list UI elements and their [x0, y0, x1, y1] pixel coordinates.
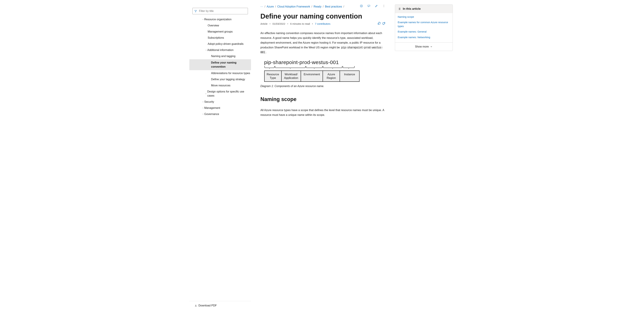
sidebar-item[interactable]: Management groups — [189, 29, 251, 35]
show-more-label: Show more — [415, 45, 429, 49]
diagram-component: Azure Region — [323, 71, 340, 82]
sidebar-item[interactable]: Additional information — [189, 47, 251, 53]
chevron-down-icon — [205, 49, 207, 51]
sidebar-item[interactable]: Governance — [189, 111, 251, 117]
thumbs-up-icon[interactable] — [378, 22, 381, 26]
sidebar-item-label: Additional information — [208, 48, 234, 52]
chevron-down-icon — [202, 19, 204, 20]
chevron-down-icon — [430, 46, 432, 48]
in-this-article-rail: In this article Naming scopeExample name… — [395, 0, 455, 310]
breadcrumb-item[interactable]: Best practices — [325, 5, 342, 9]
sidebar-item-label: Resource organization — [204, 17, 232, 22]
sidebar-item[interactable]: Define your naming convention — [189, 59, 251, 70]
sidebar-item[interactable]: Naming and tagging — [189, 53, 251, 59]
diagram-component: Workload/ Application — [282, 71, 301, 82]
contributors-link[interactable]: 7 contributors — [315, 22, 330, 26]
naming-diagram: pip-sharepoint-prod-westus-001 Resource … — [260, 59, 386, 82]
thumbs-down-icon[interactable] — [382, 22, 386, 26]
chevron-right-icon — [202, 107, 204, 109]
feedback-icon[interactable] — [367, 5, 370, 9]
add-icon[interactable] — [360, 5, 363, 9]
svg-point-2 — [384, 6, 384, 6]
sidebar-item[interactable]: Management — [189, 105, 251, 111]
breadcrumb-ellipsis[interactable]: ··· — [260, 5, 263, 9]
breadcrumb: ··· / Azure / Cloud Adoption Framework /… — [260, 5, 356, 9]
download-pdf-button[interactable]: Download PDF — [189, 301, 251, 310]
article-date: 01/03/2022 — [272, 22, 285, 26]
chevron-right-icon — [202, 113, 204, 115]
breadcrumb-item[interactable]: Cloud Adoption Framework — [277, 5, 310, 9]
sidebar-item[interactable]: Move resources — [189, 82, 251, 89]
sidebar-item[interactable]: Subscriptions — [189, 35, 251, 41]
list-icon — [398, 7, 401, 11]
rail-link-item: Example names: General — [398, 29, 450, 35]
rail-link[interactable]: Example names: General — [398, 30, 426, 33]
sidebar-item[interactable]: Resource organization — [189, 16, 251, 23]
diagram-component: Instance — [340, 71, 359, 82]
download-pdf-label: Download PDF — [198, 303, 217, 307]
sidebar-item[interactable]: Define your tagging strategy — [189, 76, 251, 82]
diagram-caption: Diagram 1: Components of an Azure resour… — [260, 84, 386, 88]
sidebar-item[interactable]: Security — [189, 99, 251, 105]
page-title: Define your naming convention — [260, 12, 386, 20]
article-readtime: 6 minutes to read — [290, 22, 310, 26]
section-heading: Naming scope — [260, 95, 386, 103]
rail-heading: In this article — [403, 7, 421, 11]
edit-icon[interactable] — [375, 5, 378, 9]
filter-by-title[interactable] — [192, 8, 248, 14]
rail-link-item: Example names for common Azure resource … — [398, 20, 450, 29]
sidebar-item-label: Security — [204, 100, 214, 104]
rail-link-item: Example names: Networking — [398, 35, 450, 40]
sidebar-item-label: Design options for specific use cases — [207, 90, 251, 98]
svg-point-3 — [384, 7, 384, 7]
filter-input[interactable] — [199, 9, 246, 13]
diagram-component: Environment — [301, 71, 323, 82]
article-actions — [360, 5, 386, 9]
article-kind: Article — [260, 22, 268, 26]
chevron-right-icon — [205, 93, 207, 95]
download-icon — [194, 304, 197, 307]
chevron-right-icon — [202, 101, 204, 103]
sidebar-item-label: Governance — [204, 112, 219, 116]
section-paragraph: All Azure resource types have a scope th… — [260, 108, 386, 117]
intro-paragraph: An effective naming convention composes … — [260, 31, 386, 55]
more-icon[interactable] — [382, 5, 386, 9]
rail-link[interactable]: Example names for common Azure resource … — [398, 21, 448, 28]
article-main: ··· / Azure / Cloud Adoption Framework /… — [251, 0, 395, 310]
rail-link[interactable]: Naming scope — [398, 15, 414, 18]
sidebar-item[interactable]: Abbreviations for resource types — [189, 70, 251, 76]
table-of-contents: Resource organizationOverviewManagement … — [189, 16, 251, 117]
diagram-component: Resource Type — [264, 71, 282, 82]
rail-link-item: Naming scope — [398, 14, 450, 20]
breadcrumb-item[interactable]: Azure — [266, 5, 274, 9]
sidebar-item-label: Management — [204, 106, 220, 110]
rail-link[interactable]: Example names: Networking — [398, 36, 430, 39]
filter-icon — [194, 10, 197, 13]
sidebar-item[interactable]: Adopt policy-driven guardrails — [189, 41, 251, 47]
sidebar: Resource organizationOverviewManagement … — [189, 0, 251, 310]
sidebar-item[interactable]: Design options for specific use cases — [189, 89, 251, 99]
svg-point-1 — [384, 5, 384, 5]
diagram-name-string: pip-sharepoint-prod-westus-001 — [264, 59, 386, 66]
breadcrumb-item[interactable]: Ready — [314, 5, 322, 9]
show-more-button[interactable]: Show more — [395, 43, 452, 51]
sidebar-item[interactable]: Overview — [189, 23, 251, 29]
article-metadata: Article 01/03/2022 6 minutes to read 7 c… — [260, 22, 386, 26]
